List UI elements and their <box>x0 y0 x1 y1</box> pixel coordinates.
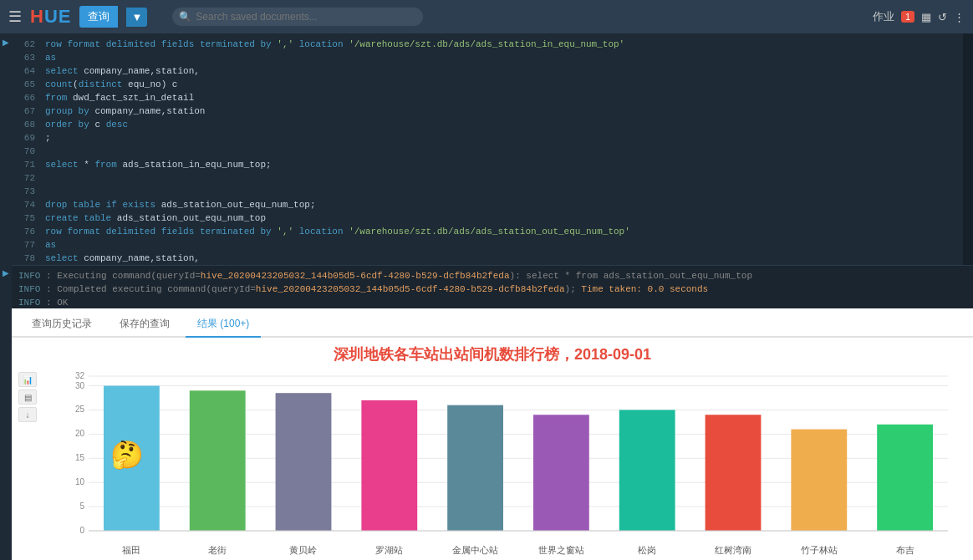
undo-icon[interactable]: ↺ <box>938 11 947 23</box>
tab-item[interactable]: 查询历史记录 <box>20 312 104 338</box>
query-button[interactable]: 查询 <box>79 6 118 28</box>
svg-text:15: 15 <box>75 453 85 462</box>
chart-tool-2[interactable]: ▤ <box>18 389 37 405</box>
logo: HUE <box>30 6 71 28</box>
svg-text:5: 5 <box>79 501 84 511</box>
bar-item[interactable] <box>447 405 503 531</box>
header-right: 作业 1 ▦ ↺ ⋮ <box>873 9 965 24</box>
bar-item[interactable] <box>361 400 417 531</box>
bar-item[interactable] <box>706 415 762 531</box>
svg-text:0: 0 <box>79 526 84 535</box>
line-numbers: 6263646566676869707172737475767778798081… <box>12 33 38 265</box>
chart-container: 📊 ▤ ↓ 🤔 32302520151050 福田老街黄贝岭罗湖站金属中心站世界… <box>12 368 973 560</box>
main-container: ▶ ▶ 626364656667686970717273747576777879… <box>0 33 973 560</box>
app-header: ☰ HUE 查询 ▼ 🔍 作业 1 ▦ ↺ ⋮ <box>0 0 973 33</box>
search-area: 🔍 <box>172 8 423 26</box>
bar-item[interactable] <box>791 430 847 531</box>
bar-chart-svg: 32302520151050 <box>53 372 956 539</box>
chart-title: 深圳地铁各车站出站间机数排行榜，2018-09-01 <box>12 338 973 368</box>
search-icon: 🔍 <box>179 11 191 23</box>
bar-label: 竹子林站 <box>776 544 862 557</box>
svg-text:10: 10 <box>75 477 85 486</box>
tab-item[interactable]: 保存的查询 <box>108 312 181 338</box>
chart-toolbar: 📊 ▤ ↓ <box>18 372 37 422</box>
scrollbar[interactable] <box>963 33 973 265</box>
code-section: 6263646566676869707172737475767778798081… <box>12 33 973 265</box>
query-dropdown-button[interactable]: ▼ <box>126 8 147 27</box>
bar-labels: 福田老街黄贝岭罗湖站金属中心站世界之窗站松岗红树湾南竹子林站布吉 <box>89 544 960 557</box>
bar-label: 松岗 <box>604 544 690 557</box>
search-input[interactable] <box>172 8 423 26</box>
tab-bar: 查询历史记录保存的查询结果 (100+) <box>12 308 973 338</box>
bar-item[interactable] <box>877 425 933 531</box>
editor-panel: 6263646566676869707172737475767778798081… <box>12 33 973 560</box>
svg-text:20: 20 <box>75 429 85 438</box>
chart-tool-1[interactable]: 📊 <box>18 372 37 387</box>
more-icon[interactable]: ⋮ <box>954 11 965 23</box>
code-content[interactable]: row format delimited fields terminated b… <box>38 33 963 265</box>
emoji-icon: 🤔 <box>110 439 144 471</box>
job-badge: 1 <box>901 11 914 23</box>
grid-icon[interactable]: ▦ <box>921 11 931 23</box>
result-section: 查询历史记录保存的查询结果 (100+) 深圳地铁各车站出站间机数排行榜，201… <box>12 308 973 560</box>
bar-label: 布吉 <box>862 544 948 557</box>
bar-item[interactable] <box>619 410 675 531</box>
svg-text:32: 32 <box>75 372 85 380</box>
bar-item[interactable] <box>190 390 246 531</box>
bar-label: 福田 <box>89 544 175 557</box>
gutter-arrow-top[interactable]: ▶ <box>3 38 9 47</box>
svg-text:25: 25 <box>75 405 85 414</box>
bar-item[interactable] <box>533 415 589 531</box>
log-section: INFO : Executing command(queryId=hive_20… <box>12 265 973 308</box>
job-label: 作业 <box>873 9 894 24</box>
bar-label: 金属中心站 <box>432 544 518 557</box>
chart-tool-3[interactable]: ↓ <box>18 407 37 422</box>
tab-item[interactable]: 结果 (100+) <box>186 312 261 338</box>
bar-label: 罗湖站 <box>346 544 432 557</box>
bar-label: 红树湾南 <box>690 544 777 557</box>
left-gutter: ▶ ▶ <box>0 33 12 560</box>
svg-text:30: 30 <box>75 381 85 390</box>
chart-svg-area: 32302520151050 福田老街黄贝岭罗湖站金属中心站世界之窗站松岗红树湾… <box>53 372 960 547</box>
bar-label: 黄贝岭 <box>261 544 347 557</box>
bar-item[interactable] <box>276 393 332 531</box>
bar-label: 老街 <box>175 544 261 557</box>
gutter-arrow-mid[interactable]: ▶ <box>3 268 9 277</box>
bar-label: 世界之窗站 <box>518 544 604 557</box>
menu-icon[interactable]: ☰ <box>8 8 22 26</box>
